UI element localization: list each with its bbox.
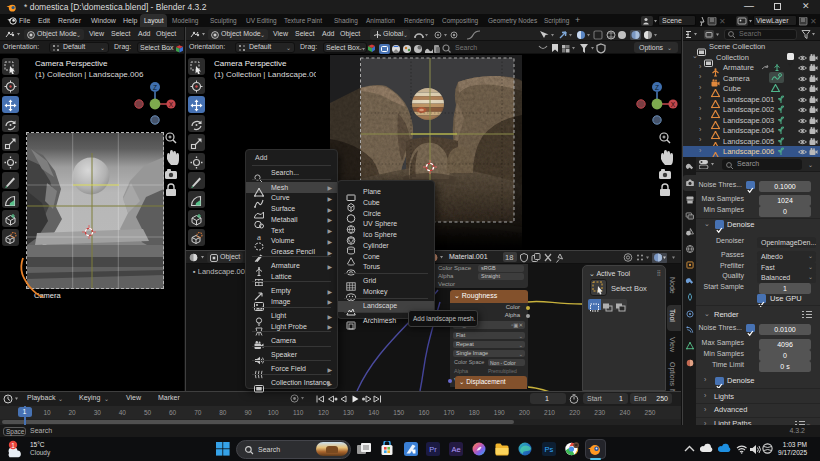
svg-text:Ae: Ae	[451, 445, 460, 454]
svg-text:✕: ✕	[719, 17, 726, 26]
svg-text:Z: Z	[153, 84, 157, 91]
svg-text:X: X	[169, 101, 174, 108]
svg-text:Pr: Pr	[429, 445, 437, 454]
svg-text:Ps: Ps	[545, 445, 554, 454]
svg-text:X: X	[671, 101, 676, 108]
svg-text:✕: ✕	[810, 17, 817, 26]
svg-text:1: 1	[11, 442, 15, 449]
svg-text:Z: Z	[655, 84, 659, 91]
